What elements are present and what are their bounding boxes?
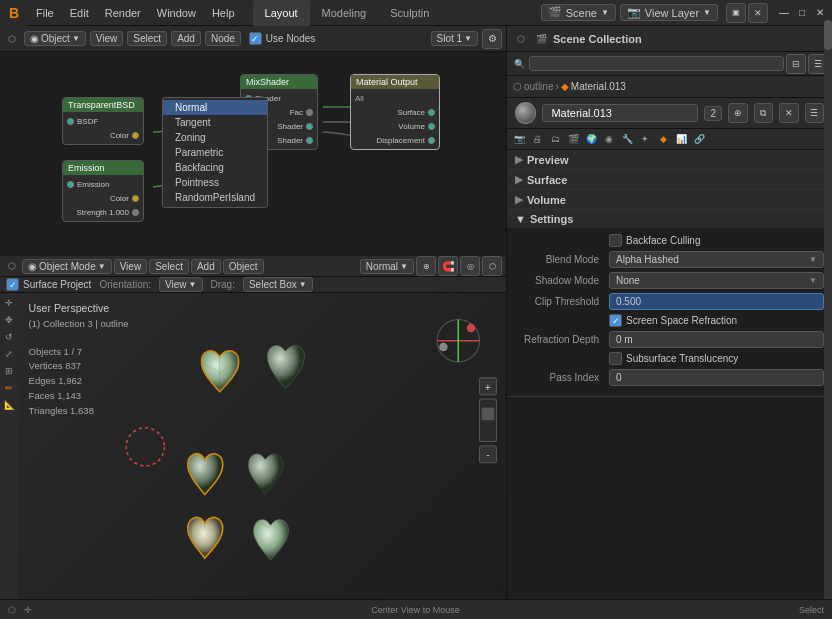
ssr-checkbox[interactable] xyxy=(609,314,622,327)
right-scrollbar[interactable] xyxy=(824,0,832,619)
node-emission-strength-dot[interactable] xyxy=(132,209,139,216)
dd-tangent[interactable]: Tangent xyxy=(163,115,267,130)
tab-sculpting[interactable]: Sculptin xyxy=(378,0,441,26)
vp-mode-icon[interactable]: ⬡ xyxy=(4,258,20,274)
outliner-mode-icon[interactable]: ⬡ xyxy=(513,31,529,47)
menu-edit[interactable]: Edit xyxy=(62,0,97,26)
dd-parametric[interactable]: Parametric xyxy=(163,145,267,160)
vp-overlay-btn[interactable]: ◎ xyxy=(460,256,480,276)
vp-view-btn[interactable]: View xyxy=(114,259,148,274)
vp-add-btn[interactable]: Add xyxy=(191,259,221,274)
node-emission-output-dot[interactable] xyxy=(67,181,74,188)
node-output-dot[interactable] xyxy=(67,118,74,125)
prop-icon-view-layer[interactable]: 🗂 xyxy=(547,131,563,147)
node-mix-fac-dot[interactable] xyxy=(306,109,313,116)
dd-pointness[interactable]: Pointness xyxy=(163,175,267,190)
dd-backfacing[interactable]: Backfacing xyxy=(163,160,267,175)
section-preview-header[interactable]: ▶ Preview xyxy=(507,150,832,169)
sst-checkbox[interactable] xyxy=(609,352,622,365)
node-material-output[interactable]: Material Output All Surface Volume xyxy=(350,74,440,150)
prop-icon-output[interactable]: 🖨 xyxy=(529,131,545,147)
ne-node-btn[interactable]: Node xyxy=(205,31,241,46)
section-volume-header[interactable]: ▶ Volume xyxy=(507,190,832,209)
menu-window[interactable]: Window xyxy=(149,0,204,26)
tab-layout[interactable]: Layout xyxy=(253,0,310,26)
node-mix-shader1-dot[interactable] xyxy=(306,123,313,130)
menu-file[interactable]: File xyxy=(28,0,62,26)
orientation-selector[interactable]: View ▼ xyxy=(159,277,202,292)
node-editor-mode-icon[interactable]: ⬡ xyxy=(4,31,20,47)
minimize-btn[interactable]: — xyxy=(776,5,792,21)
prop-icon-world[interactable]: 🌍 xyxy=(583,131,599,147)
prop-icon-particles[interactable]: ✦ xyxy=(637,131,653,147)
node-emission[interactable]: Emission Emission Color Strength 1.000 xyxy=(62,160,144,222)
vp-icon-move[interactable]: ✥ xyxy=(1,312,17,328)
node-output-surface-dot[interactable] xyxy=(428,109,435,116)
backface-culling-checkbox[interactable] xyxy=(609,234,622,247)
viewport-canvas-area[interactable]: ✛ ✥ ↺ ⤢ ⊞ ✏ 📐 xyxy=(0,293,506,601)
outliner-search-input[interactable] xyxy=(529,56,784,71)
menu-help[interactable]: Help xyxy=(204,0,243,26)
material-name-input[interactable] xyxy=(542,104,698,122)
scene-selector-box[interactable]: 🎬 Scene ▼ xyxy=(541,4,616,21)
use-nodes-checkbox[interactable] xyxy=(249,32,262,45)
prop-icon-material[interactable]: ◆ xyxy=(655,131,671,147)
dd-zoning[interactable]: Zoning xyxy=(163,130,267,145)
object-mode-dropdown[interactable]: ◉ Object ▼ xyxy=(24,31,86,46)
vp-icon-rotate[interactable]: ↺ xyxy=(1,329,17,345)
maximize-btn[interactable]: □ xyxy=(794,5,810,21)
material-options-btn[interactable]: ☰ xyxy=(805,103,825,123)
menu-render[interactable]: Render xyxy=(97,0,149,26)
blend-mode-dropdown[interactable]: Alpha Hashed ▼ xyxy=(609,251,824,268)
vp-icon-annotate[interactable]: ✏ xyxy=(1,380,17,396)
drag-selector[interactable]: Select Box ▼ xyxy=(243,277,313,292)
ne-select-btn[interactable]: Select xyxy=(127,31,167,46)
prop-icon-render[interactable]: 📷 xyxy=(511,131,527,147)
view-layer-selector-box[interactable]: 📷 View Layer ▼ xyxy=(620,4,718,21)
node-output-displacement-dot[interactable] xyxy=(428,137,435,144)
material-new-btn[interactable]: ⊕ xyxy=(728,103,748,123)
node-transparent-bsdf[interactable]: TransparentBSD BSDF Color xyxy=(62,97,144,145)
vp-orientation-btn[interactable]: ⊕ xyxy=(416,256,436,276)
vp-xray-btn[interactable]: ⬡ xyxy=(482,256,502,276)
prop-icon-constraints[interactable]: 🔗 xyxy=(691,131,707,147)
ne-options-btn[interactable]: ⚙ xyxy=(482,29,502,49)
outliner-scene-icon[interactable]: 🎬 xyxy=(533,31,549,47)
pass-index-input[interactable]: 0 xyxy=(609,369,824,386)
vp-normal-btn[interactable]: Normal ▼ xyxy=(360,259,414,274)
outliner-filter-btn[interactable]: ⊟ xyxy=(786,54,806,74)
vp-icon-transform[interactable]: ⊞ xyxy=(1,363,17,379)
ne-view-btn[interactable]: View xyxy=(90,31,124,46)
vp-icon-scale[interactable]: ⤢ xyxy=(1,346,17,362)
surface-project-checkbox[interactable] xyxy=(6,278,19,291)
node-output-volume-dot[interactable] xyxy=(428,123,435,130)
node-color-dot[interactable] xyxy=(132,132,139,139)
clip-threshold-input[interactable]: 0.500 xyxy=(609,293,824,310)
outliner-search-icon[interactable]: 🔍 xyxy=(511,56,527,72)
tab-modeling[interactable]: Modeling xyxy=(310,0,379,26)
close-view-layer-btn[interactable]: ✕ xyxy=(748,3,768,23)
vp-icon-cursor[interactable]: ✛ xyxy=(1,295,17,311)
material-copy-btn[interactable]: ⧉ xyxy=(754,103,774,123)
vp-select-btn[interactable]: Select xyxy=(149,259,189,274)
material-unlink-btn[interactable]: ✕ xyxy=(779,103,799,123)
object-mode-btn[interactable]: ◉ Object Mode ▼ xyxy=(22,259,112,274)
vp-object-btn[interactable]: Object xyxy=(223,259,264,274)
vp-magnet-btn[interactable]: 🧲 xyxy=(438,256,458,276)
refraction-depth-input[interactable]: 0 m xyxy=(609,331,824,348)
viewport-3d-scene[interactable]: User Perspective (1) Collection 3 | outl… xyxy=(18,293,506,601)
node-emission-color-dot[interactable] xyxy=(132,195,139,202)
dd-normal[interactable]: Normal xyxy=(163,100,267,115)
section-settings-header[interactable]: ▼ Settings xyxy=(507,210,832,228)
prop-icon-object[interactable]: ◉ xyxy=(601,131,617,147)
node-mix-shader2-dot[interactable] xyxy=(306,137,313,144)
vp-icon-measure[interactable]: 📐 xyxy=(1,397,17,413)
blender-logo[interactable]: B xyxy=(0,0,28,26)
material-user-count[interactable]: 2 xyxy=(704,106,722,121)
prop-icon-data[interactable]: 📊 xyxy=(673,131,689,147)
dd-random[interactable]: RandomPerIsland xyxy=(163,190,267,205)
output-options-btn[interactable]: ▣ xyxy=(726,3,746,23)
prop-icon-scene[interactable]: 🎬 xyxy=(565,131,581,147)
shadow-mode-dropdown[interactable]: None ▼ xyxy=(609,272,824,289)
slot-selector[interactable]: Slot 1 ▼ xyxy=(431,31,479,46)
